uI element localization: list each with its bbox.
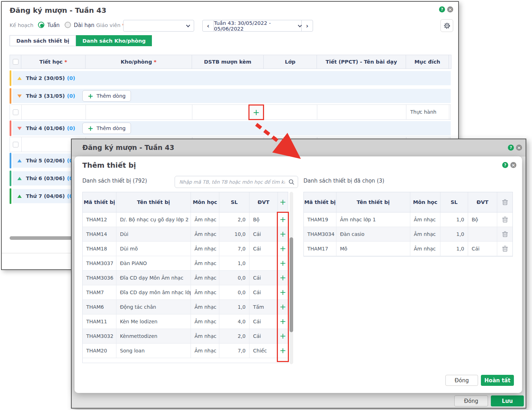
- help-icon[interactable]: ?: [502, 162, 508, 168]
- trash-icon[interactable]: [502, 199, 508, 205]
- close-button[interactable]: Đóng: [445, 375, 478, 386]
- trash-icon[interactable]: [502, 216, 508, 223]
- search-icon[interactable]: [289, 179, 295, 185]
- add-device-cell[interactable]: +: [278, 212, 288, 227]
- subject-cell: Âm nhạc: [191, 212, 219, 227]
- collapse-toggle-icon[interactable]: [17, 95, 22, 98]
- add-device-button-highlighted[interactable]: +: [248, 104, 264, 120]
- device-name-cell: Dùi: [116, 227, 191, 241]
- dialog-save-button[interactable]: Lưu: [491, 395, 524, 406]
- close-icon[interactable]: ×: [447, 6, 453, 12]
- add-all-header: +: [278, 192, 288, 212]
- collapse-toggle-icon[interactable]: [17, 177, 22, 180]
- chevron-down-icon: [186, 23, 190, 27]
- done-button[interactable]: Hoàn tất: [481, 375, 514, 386]
- day-group-row[interactable]: Thứ 3 (31/05)(0)+Thêm dòng: [10, 89, 451, 103]
- row-checkbox[interactable]: [13, 109, 18, 115]
- column-header: Mục đích: [406, 55, 449, 69]
- add-device-cell[interactable]: +: [278, 314, 288, 329]
- trash-icon[interactable]: [502, 246, 508, 252]
- week-select[interactable]: Tuần 43: 30/05/2022 - 05/06/2022: [214, 20, 301, 32]
- radio-longterm[interactable]: [65, 22, 71, 28]
- help-icon[interactable]: ?: [508, 145, 514, 151]
- subject-cell: Âm nhạc: [191, 227, 219, 241]
- unit-cell: Cái: [249, 227, 278, 241]
- add-device-cell[interactable]: +: [278, 271, 288, 285]
- plus-icon: +: [280, 230, 286, 238]
- day-count: (0): [67, 93, 75, 99]
- day-label: Thứ 2 (30/05): [26, 75, 65, 81]
- purpose-cell[interactable]: Thực hành: [410, 105, 437, 119]
- next-week-button[interactable]: ›: [301, 20, 313, 32]
- radio-week-label[interactable]: Tuần: [47, 22, 60, 28]
- quantity-cell: 0,0: [219, 271, 249, 285]
- add-row-button[interactable]: +Thêm dòng: [82, 90, 131, 102]
- add-row-button[interactable]: +Thêm dòng: [82, 123, 131, 134]
- selected-list-label: Danh sách thiết bị đã chọn (3): [303, 178, 384, 184]
- quantity-cell: 0,0: [219, 285, 249, 300]
- quantity-cell: 10,0: [219, 227, 249, 241]
- help-icon[interactable]: ?: [439, 6, 445, 12]
- unit-cell: Cái: [249, 329, 278, 343]
- collapse-toggle-icon[interactable]: [17, 159, 22, 162]
- add-device-cell[interactable]: +: [278, 344, 288, 358]
- quantity-cell: 1,0: [440, 242, 468, 256]
- subject-cell: Âm nhạc: [191, 285, 219, 300]
- device-row: THAM3032KènmettodizenÂm nhạc2,0Cái+: [83, 329, 288, 344]
- column-header: Kho/phòng *: [86, 55, 192, 69]
- device-code-cell: THAM11: [83, 314, 116, 329]
- device-name-cell: D/. Bộ nhạc cụ gõ dạy lớp 2: [116, 212, 191, 227]
- quantity-cell: 7,0: [219, 344, 249, 358]
- column-header: Tiết (PPCT) - Tên bài dạy: [317, 55, 406, 69]
- day-label: Thứ 6 (03/06): [26, 176, 65, 181]
- add-device-cell[interactable]: +: [278, 256, 288, 270]
- page-title: Đăng ký mượn - Tuần 43: [10, 6, 106, 15]
- select-all-checkbox[interactable]: [13, 59, 18, 65]
- close-icon[interactable]: ×: [510, 162, 516, 168]
- radio-week[interactable]: [38, 22, 44, 28]
- delete-device-cell[interactable]: [497, 212, 512, 227]
- device-row: THAM18Dùi mõÂm nhạc7,0Cái+: [83, 242, 288, 256]
- week-navigator: ‹ Tuần 43: 30/05/2022 - 05/06/2022 ›: [202, 20, 313, 32]
- day-group-row[interactable]: Thứ 2 (30/05)(0): [10, 71, 451, 85]
- delete-device-cell[interactable]: [497, 227, 512, 241]
- add-device-cell[interactable]: +: [278, 242, 288, 256]
- delete-device-cell[interactable]: [497, 242, 512, 256]
- collapse-toggle-icon[interactable]: [17, 127, 22, 130]
- day-label: Thứ 3 (31/05): [26, 93, 65, 99]
- close-icon[interactable]: ×: [516, 145, 522, 151]
- device-name-cell: Kèn Me lodizen: [116, 314, 191, 329]
- plus-icon: +: [280, 347, 286, 355]
- device-row: THAM17MõÂm nhạc1,0Cái: [304, 242, 512, 256]
- tab-room-list[interactable]: Danh sách Kho/phòng: [76, 35, 152, 46]
- selected-devices-table: Mã thiết bịTên thiết bịMôn họcSLĐVT THAM…: [303, 192, 513, 257]
- collapse-toggle-icon[interactable]: [17, 77, 22, 80]
- device-name-cell: Đĩa CD dạy môn âm nhạc lớp 5: [116, 285, 191, 300]
- teacher-select[interactable]: [123, 20, 194, 32]
- search-input[interactable]: [175, 176, 298, 188]
- plus-icon: +: [280, 288, 286, 296]
- subject-cell: Âm nhạc: [191, 271, 219, 285]
- subject-cell: Âm nhạc: [410, 227, 440, 241]
- prev-week-button[interactable]: ‹: [202, 20, 214, 32]
- tab-device-list[interactable]: Danh sách thiết bị: [10, 35, 76, 46]
- device-name-cell: Đĩa CD dạy Môn Âm nhạc: [116, 271, 191, 285]
- device-code-cell: THAM18: [83, 242, 116, 256]
- dialog-title: Đăng ký mượn - Tuần 43: [82, 144, 174, 151]
- trash-icon[interactable]: [502, 231, 508, 237]
- add-device-cell[interactable]: +: [278, 300, 288, 314]
- settings-button[interactable]: [440, 19, 453, 32]
- plus-icon: +: [280, 216, 286, 223]
- column-header: Tên thiết bị: [336, 192, 410, 212]
- row-checkbox[interactable]: [13, 142, 18, 147]
- add-device-cell[interactable]: +: [278, 329, 288, 343]
- subject-cell: Âm nhạc: [191, 314, 219, 329]
- radio-longterm-label[interactable]: Dài hạn: [74, 22, 94, 28]
- collapse-toggle-icon[interactable]: [17, 195, 22, 198]
- dialog-title: Thêm thiết bị: [82, 161, 136, 169]
- add-device-cell[interactable]: +: [278, 227, 288, 241]
- dialog-close-button[interactable]: Đóng: [454, 395, 488, 406]
- day-group-row[interactable]: Thứ 4 (01/06)(0)+Thêm dòng: [10, 121, 451, 135]
- vertical-scrollbar-thumb[interactable]: [290, 237, 293, 332]
- add-device-cell[interactable]: +: [278, 285, 288, 300]
